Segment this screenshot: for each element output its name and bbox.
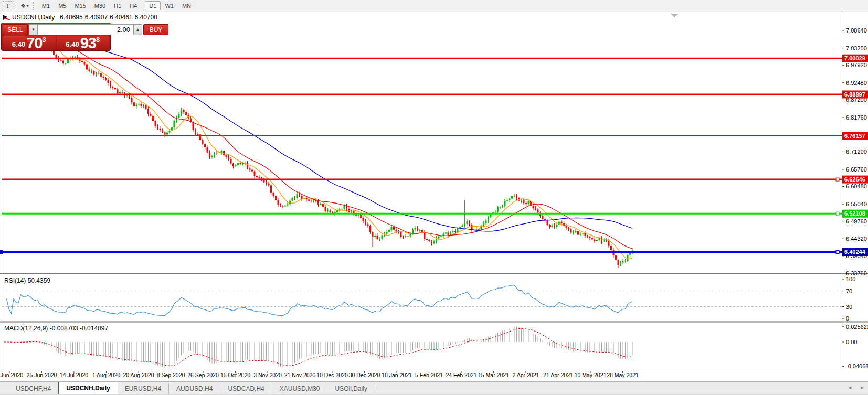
rsi-line [7, 285, 633, 316]
tab-eurusd-h4[interactable]: EURUSD,H4 [118, 383, 169, 394]
date-tick-label: 8 Sep 2020 [157, 372, 185, 378]
timeframe-h1-button[interactable]: H1 [110, 1, 125, 10]
price-badge-label: 6.88897 [844, 91, 865, 98]
sell-price-sup: 3 [42, 37, 46, 43]
buy-price-sup: 8 [96, 37, 100, 43]
price-badge-label: 6.52108 [844, 210, 865, 217]
timeframe-m30-button[interactable]: M30 [90, 1, 110, 10]
price-badge-label: 6.40244 [844, 249, 866, 255]
high-value: 6.40907 [85, 14, 108, 21]
buy-button[interactable]: BUY [143, 24, 168, 35]
macd-tick-label: 0.00 [846, 339, 857, 345]
toolbar-separator [143, 2, 143, 10]
open-value: 6.40695 [60, 14, 82, 21]
date-tick-label: 2 Apr 2021 [513, 372, 539, 378]
volume-decrease-button[interactable]: ▼ [29, 24, 38, 35]
timeframe-m1-button[interactable]: M1 [38, 1, 54, 10]
macd-tick-label: -0.040687 [846, 363, 868, 369]
price-tick-label: 6.81760 [846, 114, 867, 121]
rsi-label: RSI(14) 50.4359 [4, 277, 50, 284]
chart-shift-marker[interactable] [671, 14, 678, 17]
line-handle[interactable] [836, 212, 839, 215]
date-tick-label: 30 Dec 2020 [349, 372, 380, 378]
tab-usdcad-h4[interactable]: USDCAD,H4 [220, 383, 272, 394]
macd-tick-label: 0.025623 [846, 324, 868, 330]
tab-usoil-daily[interactable]: USOil,Daily [327, 383, 375, 394]
price-tick-label: 6.92480 [846, 80, 867, 86]
date-tick-label: 10 Dec 2020 [316, 372, 348, 378]
price-tick-label: 6.71200 [846, 148, 867, 155]
one-click-trade-panel: SELL ▼ ▲ BUY 6.40 70 3 6.40 93 8 [1, 23, 111, 51]
chart-title: USDCNH,Daily 6.40695 6.40907 6.40461 6.4… [3, 14, 157, 21]
ma-line-20 [4, 33, 632, 249]
toolbar-grip [33, 2, 36, 10]
date-tick-label: 28 May 2021 [607, 372, 639, 378]
chevron-down-icon[interactable]: ▾ [27, 4, 29, 8]
price-tick-label: 6.65760 [846, 166, 867, 173]
text-tool-button[interactable]: T [2, 1, 14, 10]
rsi-tick-label: 70 [846, 288, 852, 294]
timeframe-m15-button[interactable]: M15 [70, 1, 90, 10]
buy-price-button[interactable]: 6.40 93 8 [57, 36, 110, 50]
price-badge-label: 6.76157 [844, 133, 865, 139]
cursor-tool-button[interactable]: ❖ ▾ [18, 1, 31, 10]
tab-scroll-left-icon[interactable]: ◄ [847, 385, 852, 390]
macd-label: MACD(12,26,9) -0.008703 -0.014897 [4, 325, 108, 332]
sell-button[interactable]: SELL [3, 24, 28, 35]
price-tick-label: 6.49760 [846, 218, 867, 225]
timeframe-mn-button[interactable]: MN [178, 1, 195, 10]
volume-stepper: ▼ ▲ [29, 24, 142, 35]
timeframe-m5-button[interactable]: M5 [54, 1, 70, 10]
sell-price-button[interactable]: 6.40 70 3 [3, 36, 56, 50]
date-tick-label: 15 Mar 2021 [478, 372, 509, 378]
ma-line-8 [4, 32, 632, 259]
chart-tab-bar: USDCHF,H4 USDCNH,Daily EURUSD,H4 AUDUSD,… [0, 381, 868, 394]
tab-usdchf-h4[interactable]: USDCHF,H4 [8, 383, 59, 394]
timeframe-h4-button[interactable]: H4 [125, 1, 141, 10]
date-tick-label: 25 Jun 2020 [27, 372, 57, 378]
date-tick-label: 20 Aug 2020 [123, 372, 154, 378]
sell-price-small: 6.40 [12, 39, 25, 50]
date-tick-label: 6 Jun 2020 [0, 372, 23, 378]
date-tick-label: 21 Apr 2021 [543, 372, 573, 378]
tab-usdcnh-daily[interactable]: USDCNH,Daily [58, 382, 118, 394]
volume-input[interactable] [38, 24, 133, 35]
price-badge-label: 6.62646 [844, 176, 865, 183]
chart-window-icon [3, 14, 10, 20]
candlestick-series[interactable] [4, 28, 633, 268]
sell-price-big: 70 [26, 36, 42, 50]
price-tick-label: 6.33760 [846, 270, 867, 276]
low-value: 6.40461 [110, 14, 132, 21]
tab-scroll-right-icon[interactable]: ► [860, 385, 865, 390]
price-tick-label: 7.03200 [846, 45, 867, 51]
timeframe-d1-button[interactable]: D1 [145, 1, 161, 10]
date-tick-label: 24 Feb 2021 [446, 372, 477, 378]
price-tick-label: 6.60480 [846, 183, 867, 189]
price-tick-label: 6.55040 [846, 201, 867, 207]
volume-increase-button[interactable]: ▲ [133, 24, 142, 35]
line-handle[interactable] [836, 250, 839, 253]
top-toolbar: T ❖ ▾ M1 M5 M15 M30 H1 H4 D1 W1 MN [0, 0, 868, 12]
toolbar-separator [16, 2, 16, 10]
chart-canvas[interactable]: 7.086407.032006.979206.924806.872006.817… [0, 0, 868, 395]
date-tick-label: 3 Nov 2020 [253, 372, 282, 378]
date-tick-label: 18 Jan 2021 [382, 372, 412, 378]
date-tick-label: 10 May 2021 [575, 372, 607, 378]
date-tick-label: 26 Sep 2020 [187, 372, 219, 378]
price-tick-label: 6.97920 [846, 62, 867, 68]
buy-price-small: 6.40 [66, 39, 79, 50]
close-value: 6.40700 [135, 14, 157, 21]
date-tick-label: 5 Feb 2021 [415, 372, 443, 378]
price-tick-label: 6.44320 [846, 236, 867, 242]
cursor-tool-icon: ❖ [20, 3, 26, 9]
rsi-tick-label: 0 [846, 315, 849, 322]
date-tick-label: 14 Jul 2020 [60, 372, 88, 378]
line-handle[interactable] [836, 178, 839, 181]
rsi-tick-label: 100 [846, 276, 855, 282]
tab-xauusd-m30[interactable]: XAUUSD,M30 [272, 383, 328, 394]
tab-audusd-h4[interactable]: AUDUSD,H4 [169, 383, 220, 394]
timeframe-w1-button[interactable]: W1 [161, 1, 178, 10]
date-tick-label: 1 Aug 2020 [92, 372, 120, 378]
date-tick-label: 21 Nov 2020 [284, 372, 316, 378]
buy-price-big: 93 [80, 36, 96, 50]
